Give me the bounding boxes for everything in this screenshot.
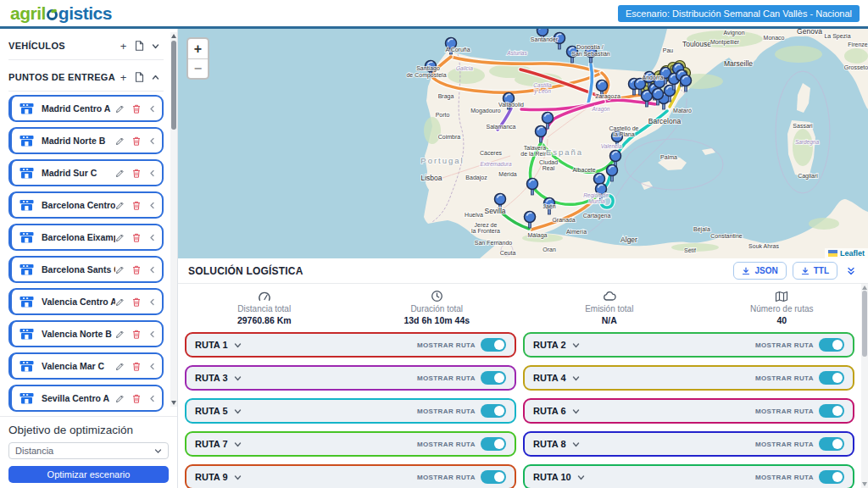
trash-icon[interactable] xyxy=(132,136,141,146)
chevron-left-icon[interactable] xyxy=(148,363,156,370)
route-card[interactable]: RUTA 4MOSTRAR RUTA xyxy=(523,365,854,391)
leaflet-attribution-link[interactable]: Leaflet xyxy=(840,249,865,258)
delivery-point-card[interactable]: Valencia Norte B xyxy=(8,320,164,347)
optimize-button[interactable]: Optimizar escenario xyxy=(8,466,169,483)
solution-scrollbar[interactable] xyxy=(861,284,868,488)
scroll-down-arrow-icon[interactable] xyxy=(862,482,867,486)
chevron-down-icon[interactable] xyxy=(147,42,164,51)
edit-icon[interactable] xyxy=(115,265,125,274)
zoom-out-button[interactable]: − xyxy=(188,58,208,78)
show-route-toggle[interactable] xyxy=(819,404,844,418)
show-route-toggle[interactable] xyxy=(481,404,506,418)
chevron-down-icon[interactable] xyxy=(571,440,581,449)
chevron-down-icon[interactable] xyxy=(571,374,581,383)
edit-icon[interactable] xyxy=(115,297,125,307)
chevron-down-icon[interactable] xyxy=(233,374,242,383)
edit-icon[interactable] xyxy=(115,394,125,403)
chevron-left-icon[interactable] xyxy=(148,234,156,241)
chevron-left-icon[interactable] xyxy=(148,137,156,145)
optimization-select[interactable]: Distancia xyxy=(8,442,169,459)
show-route-toggle[interactable] xyxy=(819,338,844,352)
trash-icon[interactable] xyxy=(132,233,141,242)
edit-icon[interactable] xyxy=(115,104,125,114)
route-card[interactable]: RUTA 6MOSTRAR RUTA xyxy=(523,398,854,424)
delivery-point-card[interactable]: Madrid Sur C xyxy=(8,159,164,186)
map-canvas[interactable]: A CoruñaSantiagode CompostelaGaliciaAstu… xyxy=(178,29,868,258)
trash-icon[interactable] xyxy=(132,330,141,339)
trash-icon[interactable] xyxy=(132,169,141,178)
file-icon[interactable] xyxy=(131,41,147,51)
map-place-label: Huelva xyxy=(465,212,483,218)
section-header-vehicles[interactable]: VEHÍCULOS + xyxy=(8,32,164,60)
file-icon[interactable] xyxy=(131,72,147,82)
edit-icon[interactable] xyxy=(115,330,125,339)
chevron-down-icon[interactable] xyxy=(233,407,242,416)
add-delivery-point-icon[interactable]: + xyxy=(115,73,131,82)
trash-icon[interactable] xyxy=(132,104,141,114)
trash-icon[interactable] xyxy=(132,265,141,274)
delivery-point-card[interactable]: Barcelona Sants C xyxy=(8,256,164,283)
delivery-point-card[interactable]: Madrid Centro A xyxy=(8,95,164,122)
chevron-left-icon[interactable] xyxy=(148,266,156,274)
chevron-left-icon[interactable] xyxy=(148,105,156,113)
route-card[interactable]: RUTA 5MOSTRAR RUTA xyxy=(185,398,516,424)
delivery-point-card[interactable]: Barcelona Eixample B xyxy=(8,224,164,251)
scroll-down-arrow-icon[interactable] xyxy=(171,401,176,405)
edit-icon[interactable] xyxy=(115,233,125,242)
show-route-toggle[interactable] xyxy=(481,338,506,352)
trash-icon[interactable] xyxy=(132,394,141,403)
map-place-label: la Frontera xyxy=(471,228,500,234)
brand-logo[interactable]: agrilgistics xyxy=(10,3,112,24)
chevron-left-icon[interactable] xyxy=(148,202,156,209)
trash-icon[interactable] xyxy=(132,201,141,210)
chevron-down-icon[interactable] xyxy=(571,407,581,416)
chevron-left-icon[interactable] xyxy=(148,395,156,402)
delivery-point-card[interactable]: Barcelona Centro A xyxy=(8,191,164,219)
chevron-down-icon[interactable] xyxy=(233,440,242,449)
sidebar-scrollbar[interactable] xyxy=(170,32,177,407)
edit-icon[interactable] xyxy=(115,136,125,146)
delivery-point-card[interactable]: Valencia Mar C xyxy=(8,352,164,380)
delivery-point-card[interactable]: Madrid Norte B xyxy=(8,127,164,154)
show-route-toggle[interactable] xyxy=(481,371,506,385)
delivery-point-label: Valencia Mar C xyxy=(42,361,115,371)
edit-icon[interactable] xyxy=(115,169,125,178)
export-ttl-button[interactable]: TTL xyxy=(793,262,837,280)
route-card[interactable]: RUTA 10MOSTRAR RUTA xyxy=(523,464,854,488)
route-card[interactable]: RUTA 9MOSTRAR RUTA xyxy=(185,464,516,488)
chevron-left-icon[interactable] xyxy=(148,169,156,177)
route-card[interactable]: RUTA 3MOSTRAR RUTA xyxy=(185,365,516,391)
scrollbar-thumb[interactable] xyxy=(171,41,176,130)
section-header-delivery-points[interactable]: PUNTOS DE ENTREGA + xyxy=(8,64,164,92)
chevron-down-icon[interactable] xyxy=(233,341,242,350)
show-route-toggle[interactable] xyxy=(819,470,844,484)
delivery-point-card[interactable]: Valencia Centro A xyxy=(8,288,164,315)
collapse-panel-icon[interactable] xyxy=(846,266,856,276)
trash-icon[interactable] xyxy=(132,362,141,371)
chevron-down-icon[interactable] xyxy=(233,473,242,482)
edit-icon[interactable] xyxy=(115,362,125,371)
route-card[interactable]: RUTA 8MOSTRAR RUTA xyxy=(523,431,854,457)
scroll-up-arrow-icon[interactable] xyxy=(171,34,176,38)
map-icon xyxy=(775,290,788,302)
show-route-toggle[interactable] xyxy=(481,470,506,484)
trash-icon[interactable] xyxy=(132,297,141,307)
chevron-left-icon[interactable] xyxy=(148,330,156,338)
chevron-down-icon[interactable] xyxy=(571,341,581,350)
export-json-button[interactable]: JSON xyxy=(733,262,786,280)
add-vehicle-icon[interactable]: + xyxy=(115,42,131,51)
show-route-toggle[interactable] xyxy=(819,437,844,451)
zoom-in-button[interactable]: + xyxy=(188,39,208,58)
edit-icon[interactable] xyxy=(115,201,125,210)
scroll-up-arrow-icon[interactable] xyxy=(862,286,867,290)
scrollbar-thumb[interactable] xyxy=(862,291,867,357)
delivery-point-card[interactable]: Sevilla Centro A xyxy=(8,385,164,412)
show-route-toggle[interactable] xyxy=(481,437,506,451)
chevron-up-icon[interactable] xyxy=(147,73,164,82)
route-card[interactable]: RUTA 1MOSTRAR RUTA xyxy=(185,332,516,358)
chevron-left-icon[interactable] xyxy=(148,298,156,306)
route-card[interactable]: RUTA 7MOSTRAR RUTA xyxy=(185,431,516,457)
route-card[interactable]: RUTA 2MOSTRAR RUTA xyxy=(523,332,854,358)
chevron-down-icon[interactable] xyxy=(576,473,586,482)
show-route-toggle[interactable] xyxy=(819,371,844,385)
